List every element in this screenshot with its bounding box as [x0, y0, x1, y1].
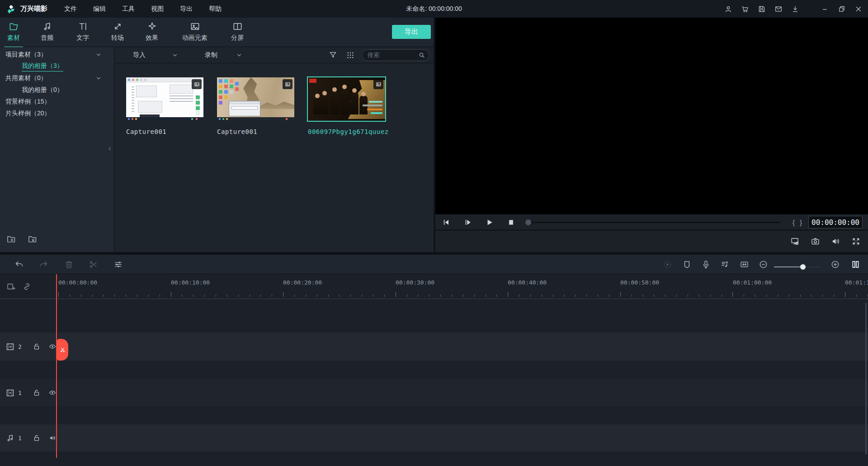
tree-item-my-album-project[interactable]: 我的相册（3）: [0, 61, 114, 72]
lock-track-icon[interactable]: [33, 342, 41, 351]
menu-help[interactable]: 帮助: [209, 5, 222, 13]
seek-bar[interactable]: [526, 222, 781, 223]
import-chevron-icon[interactable]: [172, 52, 178, 58]
playhead-split-handle[interactable]: [57, 339, 68, 361]
lock-track-icon[interactable]: [33, 389, 41, 397]
media-item-selected[interactable]: 006097Pbgy1g671quuez: [308, 77, 385, 135]
account-icon[interactable]: [724, 5, 732, 13]
chevron-down-icon[interactable]: [96, 52, 101, 57]
record-chevron-icon[interactable]: [236, 52, 242, 58]
search-icon[interactable]: [418, 52, 425, 59]
render-preview-icon[interactable]: [663, 260, 672, 269]
redo-icon[interactable]: [39, 260, 48, 269]
undo-icon[interactable]: [14, 260, 24, 269]
asset-tabbar: 素材 音频 文字 转场 效果 动画元素 分屏 导出: [0, 18, 434, 47]
save-icon[interactable]: [758, 5, 766, 13]
media-item[interactable]: Capture001: [126, 77, 203, 135]
ruler-label: 00:00:20:00: [283, 279, 322, 286]
tree-item-background-samples[interactable]: 背景样例（15）: [0, 96, 114, 108]
image-icon: [190, 21, 200, 32]
audio-track-1[interactable]: 1: [0, 424, 868, 452]
snapshot-camera-icon[interactable]: [811, 237, 820, 246]
ruler-label: 00:00:00:00: [58, 279, 97, 286]
tab-transitions[interactable]: 转场: [105, 21, 130, 45]
toggle-visibility-icon[interactable]: [48, 389, 57, 397]
tab-effects[interactable]: 效果: [139, 21, 165, 45]
volume-icon[interactable]: [831, 237, 840, 246]
filter-icon[interactable]: [329, 51, 337, 59]
tree-item-label: 项目素材（3）: [5, 51, 47, 59]
adjust-sliders-icon[interactable]: [113, 260, 123, 269]
tree-item-label: 片头样例（20）: [5, 109, 51, 118]
tree-item-shared-media[interactable]: 共用素材（0）: [0, 72, 114, 84]
tree-item-intro-samples[interactable]: 片头样例（20）: [0, 108, 114, 119]
menu-file[interactable]: 文件: [64, 5, 77, 13]
seek-handle[interactable]: [525, 219, 531, 225]
mute-track-icon[interactable]: [48, 434, 57, 442]
sidebar-collapse-handle[interactable]: ‹: [108, 144, 111, 153]
audio-track-icon: [5, 433, 15, 443]
toggle-visibility-icon[interactable]: [48, 342, 57, 351]
mark-in-button[interactable]: {: [793, 219, 795, 226]
zoom-out-icon[interactable]: [759, 260, 768, 269]
tab-media[interactable]: 素材: [1, 21, 26, 45]
play-button[interactable]: [485, 218, 494, 227]
minimize-button[interactable]: [821, 5, 829, 13]
tree-item-label: 背景样例（15）: [5, 98, 51, 106]
menu-tools[interactable]: 工具: [122, 5, 135, 13]
stop-button[interactable]: [507, 218, 515, 227]
voiceover-mic-icon[interactable]: [701, 260, 711, 269]
video-viewport: [435, 18, 868, 214]
tab-elements[interactable]: 动画元素: [175, 21, 214, 45]
add-track-icon[interactable]: [6, 282, 16, 291]
tree-item-label: 我的相册（3）: [22, 62, 63, 71]
delete-folder-icon[interactable]: [28, 234, 39, 244]
text-cursor-icon: [78, 21, 88, 32]
import-button[interactable]: 导入: [133, 51, 146, 59]
menubar: 文件 编辑 工具 视图 导出 帮助: [64, 5, 222, 13]
lock-track-icon[interactable]: [33, 434, 41, 442]
download-icon[interactable]: [791, 5, 799, 13]
fullscreen-icon[interactable]: [851, 237, 861, 246]
track-number: 2: [18, 343, 22, 350]
next-frame-button[interactable]: [463, 218, 472, 227]
zoom-in-icon[interactable]: [830, 260, 840, 269]
zoom-to-fit-icon[interactable]: [740, 260, 749, 269]
media-item[interactable]: Capture001: [217, 77, 294, 135]
timeline-zoom-slider[interactable]: [774, 266, 821, 267]
tab-audio[interactable]: 音频: [34, 21, 60, 45]
add-folder-icon[interactable]: [6, 234, 18, 244]
tab-label: 音频: [41, 34, 53, 42]
export-button[interactable]: 导出: [392, 25, 431, 39]
search-input[interactable]: [368, 52, 418, 58]
video-track-2[interactable]: 2: [0, 333, 868, 361]
video-track-1[interactable]: 1: [0, 379, 868, 406]
timeline-ruler[interactable]: 00:00:00:00 00:00:10:00 00:00:20:00 00:0…: [0, 274, 868, 299]
grid-view-icon[interactable]: [346, 51, 354, 59]
tree-item-project-media[interactable]: 项目素材（3）: [0, 49, 114, 61]
tab-text[interactable]: 文字: [70, 21, 95, 45]
split-scissors-icon[interactable]: [89, 260, 98, 269]
marker-icon[interactable]: [682, 260, 692, 269]
mail-icon[interactable]: [774, 5, 783, 13]
close-button[interactable]: [854, 5, 863, 13]
delete-icon[interactable]: [64, 260, 74, 269]
audio-mixer-icon[interactable]: [720, 260, 730, 269]
mark-out-button[interactable]: }: [800, 219, 802, 226]
zoom-slider-handle[interactable]: [800, 264, 806, 270]
restore-button[interactable]: [838, 5, 846, 13]
split-screen-icon: [232, 21, 243, 32]
previous-frame-button[interactable]: [442, 218, 450, 227]
panel-layout-icon[interactable]: [851, 260, 860, 269]
chevron-down-icon[interactable]: [96, 76, 101, 81]
menu-edit[interactable]: 编辑: [93, 5, 106, 13]
link-clips-icon[interactable]: [22, 282, 32, 291]
store-cart-icon[interactable]: [741, 5, 749, 13]
menu-view[interactable]: 视图: [151, 5, 164, 13]
timeline-vertical-scrollbar[interactable]: [865, 303, 867, 455]
tab-splitscreen[interactable]: 分屏: [225, 21, 250, 45]
menu-export[interactable]: 导出: [180, 5, 193, 13]
record-button[interactable]: 录制: [205, 51, 217, 59]
display-settings-icon[interactable]: [790, 237, 800, 246]
tree-item-my-album-shared[interactable]: 我的相册（0）: [0, 84, 114, 96]
